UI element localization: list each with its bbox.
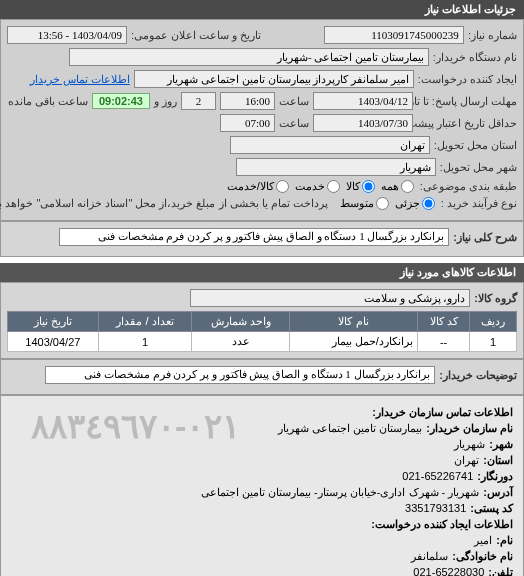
fax-val: 021-65226741 (402, 470, 473, 483)
radio-goods-service[interactable]: کالا/خدمت (227, 180, 289, 193)
remain-suffix: ساعت باقی مانده (8, 95, 88, 108)
panel-header: جزئیات اطلاعات نیاز (0, 0, 524, 19)
cell-qty: 1 (98, 332, 192, 352)
group-field (190, 289, 470, 307)
province2-val: تهران (454, 454, 479, 467)
announce-field (7, 26, 127, 44)
need-desc-box: شرح کلی نیاز: برانکارد بزرگسال 1 دستگاه … (0, 221, 524, 257)
buyer-notes-box: توضیحات خریدار: برانکارد بزرگسال 1 دستگا… (0, 359, 524, 395)
items-section-header: اطلاعات کالاهای مورد نیاز (0, 263, 524, 282)
city2-label: شهر: (489, 438, 513, 451)
province-field (230, 136, 430, 154)
buyer-org-label: نام دستگاه خریدار: (433, 51, 517, 64)
cell-code: -- (417, 332, 469, 352)
fax-label: دورنگار: (477, 470, 513, 483)
family-val: سلمانفر (411, 550, 448, 563)
th-unit: واحد شمارش (192, 312, 290, 332)
city2-val: شهریار (454, 438, 485, 451)
address-val: شهریار - شهرک اداری-خیابان پرستار- بیمار… (201, 486, 479, 499)
need-number-field (324, 26, 464, 44)
need-number-label: شماره نیاز: (468, 29, 517, 42)
remain-days-field (181, 92, 216, 110)
buyer-notes-label: توضیحات خریدار: (439, 369, 517, 382)
th-idx: ردیف (470, 312, 517, 332)
cell-unit: عدد (192, 332, 290, 352)
items-table: ردیف کد کالا نام کالا واحد شمارش تعداد /… (7, 311, 517, 352)
form-area: شماره نیاز: تاریخ و ساعت اعلان عمومی: نا… (0, 19, 524, 221)
th-code: کد کالا (417, 312, 469, 332)
phone-label: تلفن: (488, 566, 513, 576)
items-area: گروه کالا: ردیف کد کالا نام کالا واحد شم… (0, 282, 524, 359)
name-label: نام: (496, 534, 513, 547)
province2-label: استان: (483, 454, 513, 467)
postcode-label: کد پستی: (470, 502, 513, 515)
province-label: استان محل تحویل: (434, 139, 517, 152)
deadline-time-field (220, 92, 275, 110)
group-label: گروه کالا: (474, 292, 517, 305)
category-label: طبقه بندی موضوعی: (420, 180, 517, 193)
remain-days-label: روز و (154, 95, 177, 108)
phone-val: 021-65228030 (413, 566, 484, 576)
family-label: نام خانوادگی: (452, 550, 513, 563)
deadline-date-field (313, 92, 413, 110)
radio-partial[interactable]: جزئی (395, 197, 435, 210)
contact-section-label: اطلاعات تماس سازمان خریدار: (372, 406, 513, 419)
radio-goods[interactable]: کالا (346, 180, 375, 193)
creator-section-label: اطلاعات ایجاد کننده درخواست: (371, 518, 513, 531)
need-desc-label: شرح کلی نیاز: (453, 231, 517, 244)
org-val: بیمارستان تامین اجتماعی شهریار (278, 422, 422, 435)
buyer-notes-field[interactable]: برانکارد بزرگسال 1 دستگاه و الصاق پیش فا… (45, 366, 435, 384)
remain-time-badge: 09:02:43 (92, 93, 150, 109)
contact-block: اطلاعات تماس سازمان خریدار: نام سازمان خ… (0, 395, 524, 576)
radio-all[interactable]: همه (381, 180, 414, 193)
requester-label: ایجاد کننده درخواست: (418, 73, 517, 86)
deadline-send-label: مهلت ارسال پاسخ: تا تاریخ: (417, 95, 517, 108)
th-date: تاریخ نیاز (8, 312, 99, 332)
postcode-val: 3351793131 (405, 502, 466, 515)
th-name: نام کالا (290, 312, 418, 332)
org-label: نام سازمان خریدار: (426, 422, 513, 435)
cell-date: 1403/04/27 (8, 332, 99, 352)
buyer-contact-link[interactable]: اطلاعات تماس خریدار (30, 73, 130, 86)
name-val: امیر (474, 534, 492, 547)
address-label: آدرس: (483, 486, 513, 499)
validity-label: حداقل تاریخ اعتبار پیشت: تا تاریخ: (417, 117, 517, 130)
buyer-org-field (69, 48, 429, 66)
city-label: شهر محل تحویل: (440, 161, 517, 174)
validity-time-field (220, 114, 275, 132)
table-row[interactable]: 1 -- برانکارد/حمل بیمار عدد 1 1403/04/27 (8, 332, 517, 352)
time-label-1: ساعت (279, 95, 309, 108)
process-note: پرداخت تمام یا بخشی از مبلغ خرید،از محل … (0, 197, 328, 210)
process-label: نوع فرآیند خرید : (441, 197, 517, 210)
time-label-2: ساعت (279, 117, 309, 130)
announce-label: تاریخ و ساعت اعلان عمومی: (131, 29, 261, 42)
radio-medium[interactable]: متوسط (340, 197, 389, 210)
need-desc-field[interactable]: برانکارد بزرگسال 1 دستگاه و الصاق پیش فا… (59, 228, 449, 246)
validity-date-field (313, 114, 413, 132)
city-field (236, 158, 436, 176)
requester-field (134, 70, 414, 88)
th-qty: تعداد / مقدار (98, 312, 192, 332)
radio-service[interactable]: خدمت (295, 180, 340, 193)
cell-idx: 1 (470, 332, 517, 352)
cell-name: برانکارد/حمل بیمار (290, 332, 418, 352)
